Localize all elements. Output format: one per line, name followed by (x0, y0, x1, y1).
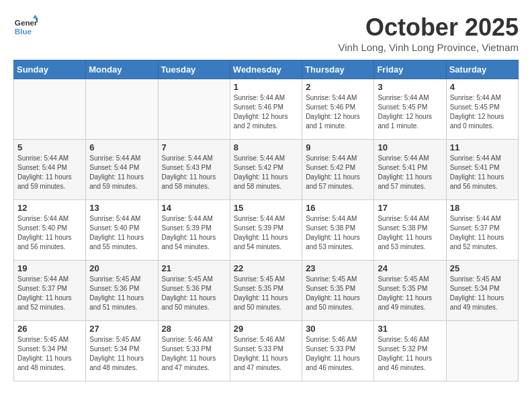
calendar-cell: 8Sunrise: 5:44 AM Sunset: 5:42 PM Daylig… (230, 140, 302, 200)
day-number: 16 (306, 203, 370, 213)
weekday-header-saturday: Saturday (446, 60, 518, 79)
calendar-cell: 22Sunrise: 5:45 AM Sunset: 5:35 PM Dayli… (230, 261, 302, 321)
calendar-cell: 30Sunrise: 5:46 AM Sunset: 5:33 PM Dayli… (302, 321, 374, 381)
day-info: Sunrise: 5:44 AM Sunset: 5:38 PM Dayligh… (306, 214, 370, 252)
day-info: Sunrise: 5:44 AM Sunset: 5:42 PM Dayligh… (234, 154, 298, 191)
day-info: Sunrise: 5:45 AM Sunset: 5:35 PM Dayligh… (306, 275, 370, 312)
calendar-cell (158, 79, 230, 140)
day-number: 28 (162, 324, 226, 334)
calendar-cell: 20Sunrise: 5:45 AM Sunset: 5:36 PM Dayli… (86, 261, 158, 321)
logo: General Blue (13, 13, 38, 38)
day-number: 14 (162, 203, 226, 213)
calendar-cell: 13Sunrise: 5:44 AM Sunset: 5:40 PM Dayli… (86, 200, 158, 261)
day-number: 2 (306, 82, 370, 92)
day-info: Sunrise: 5:44 AM Sunset: 5:40 PM Dayligh… (17, 214, 82, 252)
calendar-cell: 25Sunrise: 5:45 AM Sunset: 5:34 PM Dayli… (446, 261, 518, 321)
day-info: Sunrise: 5:45 AM Sunset: 5:36 PM Dayligh… (89, 275, 154, 312)
day-info: Sunrise: 5:45 AM Sunset: 5:36 PM Dayligh… (162, 275, 226, 312)
calendar-cell: 28Sunrise: 5:46 AM Sunset: 5:33 PM Dayli… (158, 321, 230, 381)
day-number: 19 (17, 263, 82, 273)
calendar-cell: 12Sunrise: 5:44 AM Sunset: 5:40 PM Dayli… (14, 200, 86, 261)
calendar-cell: 21Sunrise: 5:45 AM Sunset: 5:36 PM Dayli… (158, 261, 230, 321)
calendar-cell: 1Sunrise: 5:44 AM Sunset: 5:46 PM Daylig… (230, 79, 302, 140)
calendar-week-row: 19Sunrise: 5:44 AM Sunset: 5:37 PM Dayli… (14, 261, 519, 321)
day-number: 22 (234, 263, 298, 273)
weekday-header-row: SundayMondayTuesdayWednesdayThursdayFrid… (14, 60, 519, 79)
day-info: Sunrise: 5:44 AM Sunset: 5:45 PM Dayligh… (378, 93, 442, 131)
calendar-cell: 10Sunrise: 5:44 AM Sunset: 5:41 PM Dayli… (374, 140, 446, 200)
calendar-cell: 3Sunrise: 5:44 AM Sunset: 5:45 PM Daylig… (374, 79, 446, 140)
day-number: 11 (450, 142, 515, 152)
calendar-cell: 11Sunrise: 5:44 AM Sunset: 5:41 PM Dayli… (446, 140, 518, 200)
weekday-header-friday: Friday (374, 60, 446, 79)
day-info: Sunrise: 5:46 AM Sunset: 5:33 PM Dayligh… (234, 335, 298, 373)
calendar-cell: 29Sunrise: 5:46 AM Sunset: 5:33 PM Dayli… (230, 321, 302, 381)
day-info: Sunrise: 5:44 AM Sunset: 5:45 PM Dayligh… (450, 93, 515, 131)
day-info: Sunrise: 5:45 AM Sunset: 5:34 PM Dayligh… (17, 335, 82, 373)
day-number: 23 (306, 263, 370, 273)
location-subtitle: Vinh Long, Vinh Long Province, Vietnam (338, 42, 519, 53)
day-number: 24 (378, 263, 442, 273)
calendar-cell: 2Sunrise: 5:44 AM Sunset: 5:46 PM Daylig… (302, 79, 374, 140)
calendar-week-row: 1Sunrise: 5:44 AM Sunset: 5:46 PM Daylig… (14, 79, 519, 140)
calendar-table: SundayMondayTuesdayWednesdayThursdayFrid… (13, 60, 519, 381)
calendar-cell: 27Sunrise: 5:45 AM Sunset: 5:34 PM Dayli… (86, 321, 158, 381)
weekday-header-wednesday: Wednesday (230, 60, 302, 79)
title-block: October 2025 Vinh Long, Vinh Long Provin… (338, 13, 519, 53)
day-info: Sunrise: 5:44 AM Sunset: 5:44 PM Dayligh… (89, 154, 154, 191)
day-info: Sunrise: 5:45 AM Sunset: 5:35 PM Dayligh… (234, 275, 298, 312)
calendar-cell: 6Sunrise: 5:44 AM Sunset: 5:44 PM Daylig… (86, 140, 158, 200)
day-info: Sunrise: 5:45 AM Sunset: 5:34 PM Dayligh… (89, 335, 154, 373)
calendar-cell: 15Sunrise: 5:44 AM Sunset: 5:39 PM Dayli… (230, 200, 302, 261)
calendar-cell: 31Sunrise: 5:46 AM Sunset: 5:32 PM Dayli… (374, 321, 446, 381)
day-info: Sunrise: 5:44 AM Sunset: 5:42 PM Dayligh… (306, 154, 370, 191)
day-number: 4 (450, 82, 515, 92)
weekday-header-tuesday: Tuesday (158, 60, 230, 79)
day-number: 7 (162, 142, 226, 152)
calendar-cell: 9Sunrise: 5:44 AM Sunset: 5:42 PM Daylig… (302, 140, 374, 200)
day-number: 29 (234, 324, 298, 334)
svg-text:Blue: Blue (15, 27, 32, 36)
calendar-cell (446, 321, 518, 381)
day-info: Sunrise: 5:46 AM Sunset: 5:32 PM Dayligh… (378, 335, 442, 373)
day-number: 15 (234, 203, 298, 213)
calendar-cell: 4Sunrise: 5:44 AM Sunset: 5:45 PM Daylig… (446, 79, 518, 140)
day-number: 10 (378, 142, 442, 152)
day-number: 3 (378, 82, 442, 92)
day-info: Sunrise: 5:45 AM Sunset: 5:35 PM Dayligh… (378, 275, 442, 312)
day-number: 18 (450, 203, 515, 213)
day-number: 13 (89, 203, 154, 213)
day-info: Sunrise: 5:44 AM Sunset: 5:37 PM Dayligh… (17, 275, 82, 312)
calendar-cell (14, 79, 86, 140)
day-number: 30 (306, 324, 370, 334)
calendar-cell: 19Sunrise: 5:44 AM Sunset: 5:37 PM Dayli… (14, 261, 86, 321)
calendar-cell: 14Sunrise: 5:44 AM Sunset: 5:39 PM Dayli… (158, 200, 230, 261)
calendar-cell (86, 79, 158, 140)
day-number: 31 (378, 324, 442, 334)
weekday-header-sunday: Sunday (14, 60, 86, 79)
day-number: 6 (89, 142, 154, 152)
day-info: Sunrise: 5:44 AM Sunset: 5:46 PM Dayligh… (234, 93, 298, 131)
logo-icon: General Blue (13, 13, 38, 38)
day-number: 26 (17, 324, 82, 334)
day-info: Sunrise: 5:46 AM Sunset: 5:33 PM Dayligh… (306, 335, 370, 373)
calendar-cell: 16Sunrise: 5:44 AM Sunset: 5:38 PM Dayli… (302, 200, 374, 261)
svg-text:General: General (15, 18, 38, 27)
day-number: 9 (306, 142, 370, 152)
day-info: Sunrise: 5:44 AM Sunset: 5:38 PM Dayligh… (378, 214, 442, 252)
svg-marker-2 (33, 15, 38, 18)
day-info: Sunrise: 5:44 AM Sunset: 5:39 PM Dayligh… (234, 214, 298, 252)
weekday-header-monday: Monday (86, 60, 158, 79)
day-info: Sunrise: 5:44 AM Sunset: 5:39 PM Dayligh… (162, 214, 226, 252)
weekday-header-thursday: Thursday (302, 60, 374, 79)
day-number: 27 (89, 324, 154, 334)
day-info: Sunrise: 5:44 AM Sunset: 5:44 PM Dayligh… (17, 154, 82, 191)
calendar-week-row: 12Sunrise: 5:44 AM Sunset: 5:40 PM Dayli… (14, 200, 519, 261)
calendar-week-row: 26Sunrise: 5:45 AM Sunset: 5:34 PM Dayli… (14, 321, 519, 381)
day-info: Sunrise: 5:44 AM Sunset: 5:37 PM Dayligh… (450, 214, 515, 252)
day-info: Sunrise: 5:44 AM Sunset: 5:43 PM Dayligh… (162, 154, 226, 191)
day-number: 21 (162, 263, 226, 273)
day-number: 8 (234, 142, 298, 152)
calendar-cell: 26Sunrise: 5:45 AM Sunset: 5:34 PM Dayli… (14, 321, 86, 381)
day-info: Sunrise: 5:46 AM Sunset: 5:33 PM Dayligh… (162, 335, 226, 373)
